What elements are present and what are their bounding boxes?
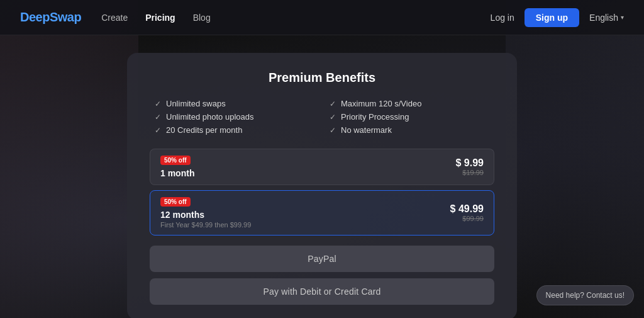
discount-badge: 50% off [160,197,191,207]
discount-badge: 50% off [160,156,191,165]
brand-logo[interactable]: DeepSwap [20,10,81,25]
check-icon: ✓ [330,126,336,135]
premium-card: Premium Benefits ✓ Unlimited swaps ✓ Max… [127,53,517,318]
benefit-text: No watermark [341,125,392,135]
check-icon: ✓ [155,99,161,108]
paypal-button[interactable]: PayPal [150,246,494,272]
benefits-grid: ✓ Unlimited swaps ✓ Maximum 120 s/Video … [150,99,494,135]
debit-credit-button[interactable]: Pay with Debit or Credit Card [150,278,494,305]
price-current: $ 9.99 [456,157,484,168]
brand-name-part1: Deep [20,10,50,24]
benefit-item: ✓ Priority Processing [330,112,489,122]
benefit-text: Maximum 120 s/Video [341,99,421,108]
plan-sub: First Year $49.99 then $99.99 [160,221,251,229]
price-original: $99.99 [450,215,484,222]
check-icon: ✓ [330,99,336,108]
plan-price: $ 9.99 $19.99 [456,157,484,176]
plan-name: 1 month [160,168,194,178]
navbar-right: Log in Sign up English ▾ [491,8,624,27]
login-button[interactable]: Log in [491,13,514,23]
plan-name: 12 months [160,210,251,220]
navbar-left: DeepSwap Create Pricing Blog [20,10,211,25]
benefit-text: Unlimited swaps [166,99,226,108]
premium-title: Premium Benefits [150,71,494,85]
page-content: Premium Benefits ✓ Unlimited swaps ✓ Max… [0,35,644,318]
check-icon: ✓ [155,126,161,135]
language-button[interactable]: English ▾ [589,13,624,23]
navbar: DeepSwap Create Pricing Blog Log in Sign… [0,0,644,35]
check-icon: ✓ [155,113,161,122]
nav-pricing[interactable]: Pricing [145,10,175,25]
plan-left: 50% off 12 months First Year $49.99 then… [160,197,251,229]
plan-left: 50% off 1 month [160,156,194,178]
nav-create[interactable]: Create [101,10,128,25]
benefit-item: ✓ 20 Credits per month [155,125,314,135]
nav-blog[interactable]: Blog [193,10,211,25]
signup-button[interactable]: Sign up [525,8,579,27]
plan-1month[interactable]: 50% off 1 month $ 9.99 $19.99 [150,149,494,185]
brand-name-part2: Swap [50,10,81,24]
benefit-text: Unlimited photo uploads [166,112,253,122]
help-contact-button[interactable]: Need help? Contact us! [536,285,634,305]
benefit-item: ✓ Unlimited photo uploads [155,112,314,122]
chevron-down-icon: ▾ [621,14,624,21]
language-label: English [589,13,618,23]
benefit-text: Priority Processing [341,112,409,122]
nav-links: Create Pricing Blog [101,10,211,25]
benefit-item: ✓ No watermark [330,125,489,135]
benefit-item: ✓ Unlimited swaps [155,99,314,108]
plan-12months[interactable]: 50% off 12 months First Year $49.99 then… [150,190,494,236]
price-original: $19.99 [456,169,484,176]
check-icon: ✓ [330,113,336,122]
benefit-item: ✓ Maximum 120 s/Video [330,99,489,108]
price-current: $ 49.99 [450,203,484,214]
benefit-text: 20 Credits per month [166,125,242,135]
payment-section: PayPal Pay with Debit or Credit Card [150,246,494,305]
plan-price: $ 49.99 $99.99 [450,203,484,222]
